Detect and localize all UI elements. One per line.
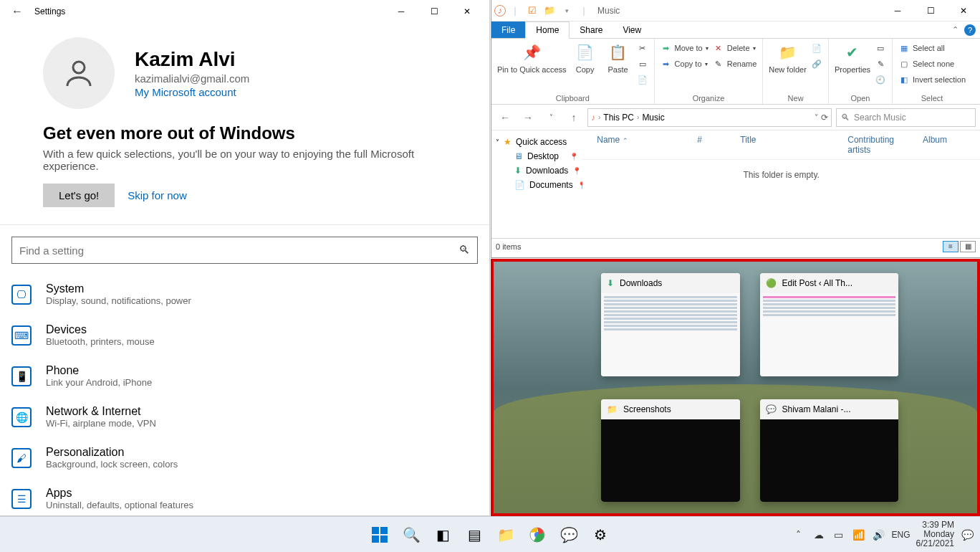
details-view-button[interactable]: ≡ — [943, 241, 959, 252]
clock[interactable]: 3:39 PM Monday 6/21/2021 — [916, 520, 954, 549]
maximize-button[interactable]: ☐ — [418, 0, 451, 23]
chevron-right-icon[interactable]: › — [598, 113, 600, 121]
history-button[interactable]: 🕘 — [875, 72, 886, 87]
tab-view[interactable]: View — [612, 22, 651, 38]
minimize-button[interactable]: ─ — [385, 0, 418, 23]
category-apps[interactable]: ☰ AppsUninstall, defaults, optional feat… — [11, 478, 489, 519]
chrome-taskbar-icon[interactable] — [523, 520, 552, 549]
col-artists[interactable]: Contributing artists — [847, 135, 894, 155]
snap-tile-chat[interactable]: 💬Shivam Malani -... — [760, 399, 899, 503]
snap-tile-edit-post[interactable]: 🟢Edit Post ‹ All Th... — [760, 273, 899, 376]
minimize-button[interactable]: ─ — [881, 0, 914, 22]
select-all-button[interactable]: ▦Select all — [898, 41, 966, 55]
properties-button[interactable]: ✔Properties — [835, 41, 870, 74]
taskview-button[interactable]: ◧ — [428, 520, 457, 549]
refresh-icon[interactable]: ⟳ — [821, 113, 828, 123]
col-name[interactable]: Name ⌃ — [597, 135, 668, 155]
paste-button[interactable]: 📋Paste — [604, 41, 633, 74]
tree-downloads[interactable]: ⬇Downloads📍 — [494, 163, 580, 178]
tab-home[interactable]: Home — [525, 22, 570, 39]
help-icon[interactable]: ? — [964, 24, 976, 36]
skip-link[interactable]: Skip for now — [128, 189, 187, 201]
tree-desktop[interactable]: 🖥Desktop📍 — [494, 149, 580, 163]
open-button[interactable]: ▭ — [875, 41, 886, 55]
easy-access-icon: 🔗 — [811, 60, 822, 69]
back-button[interactable]: ← — [6, 5, 29, 18]
category-phone[interactable]: 📱 PhoneLink your Android, iPhone — [11, 356, 489, 396]
tray-overflow[interactable]: ˄ — [792, 529, 806, 541]
dropdown-icon[interactable]: ˅ — [815, 113, 818, 121]
rename-button[interactable]: ✎Rename — [713, 57, 757, 71]
avatar[interactable] — [43, 37, 115, 109]
paste-shortcut-button[interactable]: 📄 — [637, 72, 648, 87]
language-indicator[interactable]: ENG — [892, 530, 911, 540]
settings-taskbar-icon[interactable]: ⚙ — [586, 520, 615, 549]
crumb-music[interactable]: Music — [642, 113, 664, 123]
cut-button[interactable]: ✂ — [637, 41, 648, 55]
onedrive-icon[interactable]: ☁ — [812, 529, 826, 541]
pin-button[interactable]: 📌Pin to Quick access — [497, 41, 567, 74]
qat-checkbox-icon[interactable]: ☑ — [524, 3, 540, 19]
col-title[interactable]: Title — [740, 135, 819, 155]
tab-share[interactable]: Share — [570, 22, 612, 38]
copy-to-button[interactable]: ➡Copy to ▾ — [660, 57, 708, 71]
nav-forward[interactable]: → — [519, 108, 537, 127]
tree-documents[interactable]: 📄Documents📍 — [494, 178, 580, 192]
snap-tile-screenshots[interactable]: 📁Screenshots — [601, 399, 740, 503]
easy-access-button[interactable]: 🔗 — [811, 57, 822, 71]
new-item-button[interactable]: 📄 — [811, 41, 822, 55]
account-link[interactable]: My Microsoft account — [135, 86, 249, 98]
chat-icon: 💬 — [766, 404, 777, 414]
category-network[interactable]: 🌐 Network & InternetWi-Fi, airplane mode… — [11, 396, 489, 437]
close-button[interactable]: ✕ — [451, 0, 484, 23]
search-button[interactable]: 🔍 — [397, 520, 426, 549]
desktop-icon: 🖥 — [514, 151, 523, 161]
chevron-right-icon[interactable]: › — [637, 113, 639, 121]
nav-up[interactable]: ↑ — [565, 108, 583, 127]
address-bar[interactable]: ♪ › This PC › Music ˅ ⟳ — [587, 108, 832, 127]
lets-go-button[interactable]: Let's go! — [43, 184, 115, 207]
category-title: Devices — [46, 323, 155, 336]
tree-quick-access[interactable]: ˅★Quick access — [494, 135, 580, 149]
delete-button[interactable]: ✕Delete ▾ — [713, 41, 757, 55]
close-button[interactable]: ✕ — [947, 0, 980, 22]
chat-taskbar-icon[interactable]: 💬 — [554, 520, 583, 549]
maximize-button[interactable]: ☐ — [914, 0, 947, 22]
nav-history[interactable]: ˅ — [542, 108, 560, 127]
explorer-taskbar-icon[interactable]: 📁 — [491, 520, 520, 549]
group-label: Clipboard — [497, 92, 648, 104]
qat-dropdown-icon[interactable]: ▾ — [559, 3, 575, 19]
crumb-this-pc[interactable]: This PC — [603, 113, 634, 123]
select-none-button[interactable]: ▢Select none — [898, 57, 966, 71]
category-system[interactable]: 🖵 SystemDisplay, sound, notifications, p… — [11, 274, 489, 315]
tab-file[interactable]: File — [491, 22, 525, 38]
new-folder-button[interactable]: 📁New folder — [769, 41, 807, 74]
move-to-button[interactable]: ➡Move to ▾ — [660, 41, 708, 55]
folder-icon[interactable]: 📁 — [542, 3, 557, 19]
category-personalization[interactable]: 🖌 PersonalizationBackground, lock screen… — [11, 437, 489, 478]
battery-icon[interactable]: ▭ — [832, 529, 846, 541]
copy-button[interactable]: 📄Copy — [571, 41, 600, 74]
group-open: ✔Properties ▭ ✎ 🕘 Open — [829, 39, 893, 104]
collapse-ribbon-icon[interactable]: ⌃ — [952, 25, 959, 34]
widgets-button[interactable]: ▤ — [460, 520, 489, 549]
explorer-search[interactable]: 🔍︎ Search Music — [836, 108, 976, 127]
col-album[interactable]: Album — [923, 135, 966, 155]
copy-path-button[interactable]: ▭ — [637, 57, 648, 71]
search-box[interactable]: 🔍︎ — [11, 237, 478, 264]
search-input[interactable] — [19, 244, 458, 257]
icons-view-button[interactable]: ▦ — [960, 241, 976, 252]
ribbon: 📌Pin to Quick access 📄Copy 📋Paste ✂ ▭ 📄 … — [491, 39, 980, 105]
col-number[interactable]: # — [697, 135, 711, 155]
edit-button[interactable]: ✎ — [875, 57, 886, 71]
group-clipboard: 📌Pin to Quick access 📄Copy 📋Paste ✂ ▭ 📄 … — [491, 39, 655, 104]
notifications-icon[interactable]: 💬 — [960, 529, 974, 541]
wifi-icon[interactable]: 📶 — [852, 529, 866, 541]
volume-icon[interactable]: 🔊 — [872, 529, 886, 541]
category-devices[interactable]: ⌨ DevicesBluetooth, printers, mouse — [11, 315, 489, 356]
sort-up-icon: ⌃ — [623, 137, 628, 144]
invert-selection-button[interactable]: ◧Invert selection — [898, 72, 966, 87]
snap-tile-downloads[interactable]: ⬇Downloads — [601, 273, 740, 376]
start-button[interactable] — [365, 520, 394, 549]
nav-back[interactable]: ← — [496, 108, 514, 127]
